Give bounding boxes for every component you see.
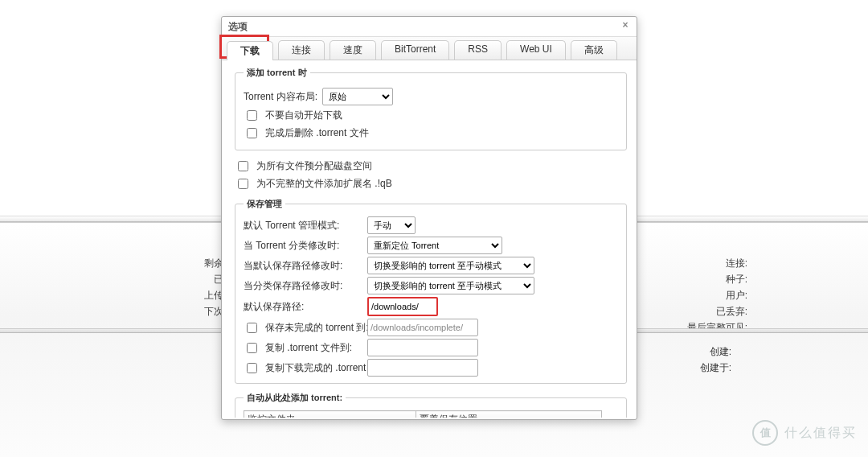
mode-label: 默认 Torrent 管理模式: bbox=[244, 219, 364, 233]
group-watch-folders: 自动从此处添加 torrent: 监控文件夹 覆盖保存位置 默认保存位置 bbox=[235, 392, 627, 418]
copy-done-input[interactable] bbox=[367, 359, 478, 377]
no-autostart-label: 不要自动开始下载 bbox=[265, 109, 342, 122]
default-path-change-label: 当默认保存路径修改时: bbox=[244, 259, 364, 273]
incomplete-checkbox[interactable] bbox=[247, 323, 257, 333]
cat-change-label: 当 Torrent 分类修改时: bbox=[244, 239, 364, 253]
tab-webui[interactable]: Web UI bbox=[506, 40, 566, 60]
cat-path-change-label: 当分类保存路径修改时: bbox=[244, 279, 364, 293]
watermark-text: 什么值得买 bbox=[784, 425, 857, 442]
bg-left-label: 上传 bbox=[167, 287, 223, 303]
copy-torrent-label: 复制 .torrent 文件到: bbox=[265, 341, 352, 355]
watermark: 值 什么值得买 bbox=[752, 420, 857, 446]
legend-when-adding: 添加 torrent 时 bbox=[244, 67, 310, 79]
prealloc-checkbox[interactable] bbox=[238, 161, 248, 171]
bg-left-label: 剩余 bbox=[167, 255, 223, 271]
bg-right-label: 种子: bbox=[667, 271, 747, 287]
group-save-management: 保存管理 默认 Torrent 管理模式: 手动 当 Torrent 分类修改时… bbox=[235, 198, 627, 384]
bg-left-label: 已 bbox=[167, 271, 223, 287]
options-dialog: 选项 × 下载 连接 速度 BitTorrent RSS Web UI 高级 添… bbox=[221, 16, 637, 420]
tab-connection[interactable]: 连接 bbox=[278, 40, 325, 60]
mode-select[interactable]: 手动 bbox=[367, 216, 416, 234]
watch-folders-table: 监控文件夹 覆盖保存位置 默认保存位置 bbox=[244, 410, 602, 418]
no-autostart-checkbox[interactable] bbox=[247, 110, 257, 121]
default-save-label: 默认保存路径: bbox=[244, 300, 364, 314]
bg-right-label: 最后完整可见: bbox=[667, 319, 747, 336]
watch-col-override[interactable]: 覆盖保存位置 bbox=[416, 411, 601, 418]
append-qb-checkbox[interactable] bbox=[238, 179, 248, 189]
dialog-body-scroll[interactable]: 添加 torrent 时 Torrent 内容布局: 原始 不要自动开始下载 完… bbox=[223, 60, 635, 418]
layout-label: Torrent 内容布局: bbox=[244, 90, 317, 104]
tab-downloads[interactable]: 下载 bbox=[227, 41, 273, 60]
legend-watch: 自动从此处添加 torrent: bbox=[244, 392, 346, 404]
incomplete-input[interactable] bbox=[367, 319, 478, 336]
bottom-right-labels: 连接: 种子: 用户: 已丢弃: 最后完整可见: bbox=[667, 255, 747, 336]
copy-torrent-input[interactable] bbox=[367, 339, 478, 356]
bg-left-label: 下次 bbox=[167, 303, 223, 319]
copy-torrent-checkbox[interactable] bbox=[247, 343, 257, 353]
bg-right-label: 已丢弃: bbox=[667, 303, 747, 319]
copy-done-checkbox[interactable] bbox=[247, 363, 257, 373]
tab-bar: 下载 连接 速度 BitTorrent RSS Web UI 高级 bbox=[222, 37, 637, 60]
bottom-left-labels: 剩余 已 上传 下次 bbox=[167, 255, 223, 319]
bottom-footer-labels: 创建: 创建于: bbox=[700, 344, 731, 376]
tab-bittorrent[interactable]: BitTorrent bbox=[381, 40, 449, 60]
default-path-change-select[interactable]: 切换受影响的 torrent 至手动模式 bbox=[367, 257, 534, 274]
legend-save: 保存管理 bbox=[244, 198, 285, 210]
tab-rss[interactable]: RSS bbox=[454, 40, 502, 60]
cat-change-select[interactable]: 重新定位 Torrent bbox=[367, 237, 502, 254]
watermark-badge-icon: 值 bbox=[752, 420, 778, 446]
incomplete-label: 保存未完成的 torrent 到: bbox=[265, 321, 369, 335]
bg-footer-label: 创建于: bbox=[700, 360, 731, 376]
tab-speed[interactable]: 速度 bbox=[330, 40, 376, 60]
cat-path-change-select[interactable]: 切换受影响的 torrent 至手动模式 bbox=[367, 277, 534, 294]
default-save-input[interactable] bbox=[367, 297, 438, 316]
remove-torrent-checkbox[interactable] bbox=[247, 128, 257, 138]
prealloc-label: 为所有文件预分配磁盘空间 bbox=[256, 159, 372, 173]
dialog-title-bar[interactable]: 选项 × bbox=[222, 17, 637, 37]
remove-torrent-label: 完成后删除 .torrent 文件 bbox=[265, 126, 369, 140]
watch-col-folder[interactable]: 监控文件夹 bbox=[244, 411, 416, 418]
bg-footer-label: 创建: bbox=[700, 344, 731, 360]
close-icon[interactable]: × bbox=[619, 19, 632, 31]
append-qb-label: 为不完整的文件添加扩展名 .!qB bbox=[256, 177, 392, 191]
group-when-adding: 添加 torrent 时 Torrent 内容布局: 原始 不要自动开始下载 完… bbox=[235, 67, 627, 150]
layout-select[interactable]: 原始 bbox=[322, 88, 393, 105]
bg-right-label: 连接: bbox=[667, 255, 747, 271]
bg-right-label: 用户: bbox=[667, 287, 747, 303]
dialog-title: 选项 bbox=[228, 21, 248, 32]
tab-advanced[interactable]: 高级 bbox=[571, 40, 617, 60]
